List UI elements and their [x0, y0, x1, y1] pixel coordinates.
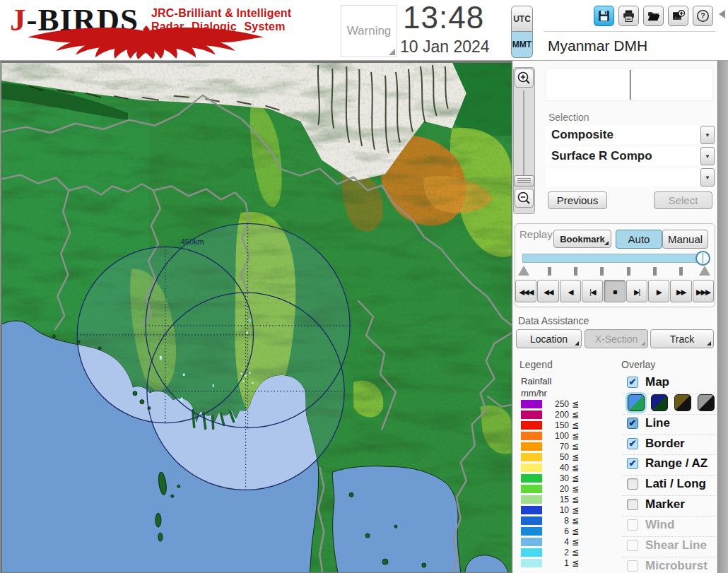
play-reverse-button[interactable]: ◀: [560, 280, 581, 302]
resize-grip-icon[interactable]: [389, 49, 395, 55]
slider-tick: [679, 267, 683, 276]
legend-item: 40≦: [521, 463, 586, 473]
line-checkbox[interactable]: ✔: [627, 418, 638, 429]
warning-panel[interactable]: Warning: [341, 5, 397, 57]
zoom-in-icon: [517, 71, 532, 85]
open-folder-button[interactable]: [643, 6, 664, 26]
legend-color-swatch: [521, 516, 542, 525]
stop-button[interactable]: ■: [604, 280, 625, 302]
replay-range-end-marker[interactable]: [699, 266, 710, 276]
fast-rewind-3-button[interactable]: ◀◀◀: [515, 280, 536, 302]
legend-color-swatch: [521, 421, 542, 430]
dropdown-category-arrow[interactable]: ▼: [700, 126, 715, 144]
timezone-mmt-button[interactable]: MMT: [511, 32, 533, 58]
map-checkbox[interactable]: ✔: [627, 377, 638, 388]
legend-item: 250≦: [521, 399, 586, 409]
replay-range-start-marker[interactable]: [518, 266, 529, 276]
manual-mode-button[interactable]: Manual: [662, 230, 708, 249]
zoom-out-button[interactable]: [515, 189, 534, 208]
save-button[interactable]: [594, 6, 614, 26]
location-button[interactable]: Location: [516, 329, 582, 348]
eagle-logo-icon: [14, 25, 277, 59]
transport-controls: ◀◀◀ ◀◀ ◀ |◀ ■ ▶| ▶ ▶▶ ▶▶▶: [515, 280, 715, 302]
legend-item: 100≦: [521, 431, 586, 441]
overlay-row-shear-line: Shear Line: [627, 538, 717, 555]
dropdown-product-arrow[interactable]: ▼: [700, 147, 715, 165]
zoom-slider-track[interactable]: [523, 90, 524, 177]
tagline-line1: JRC-Brilliant & Intelligent: [151, 6, 291, 20]
legend-color-swatch: [521, 559, 542, 567]
leq-icon: ≦: [572, 516, 579, 526]
legend-color-swatch: [521, 463, 542, 472]
fast-rewind-2-button[interactable]: ◀◀: [537, 280, 558, 302]
dropdown-category[interactable]: Composite: [546, 126, 700, 144]
legend-section-label: Legend: [519, 359, 553, 370]
bookmark-button[interactable]: Bookmark: [553, 230, 611, 248]
timezone-utc-button[interactable]: UTC: [511, 6, 533, 32]
replay-slider-handle[interactable]: [695, 251, 710, 266]
print-button[interactable]: [618, 6, 639, 26]
radar-map[interactable]: 450km: [0, 61, 512, 573]
overlay-row-line: ✔ Line: [627, 416, 717, 433]
marker-checkbox[interactable]: [627, 499, 638, 510]
step-first-button[interactable]: |◀: [582, 280, 603, 302]
fast-forward-3-button[interactable]: ▶▶▶: [693, 280, 714, 302]
overlay-row-lati-long: Lati / Long: [627, 477, 717, 494]
slider-tick: [548, 267, 551, 276]
divider: [623, 393, 715, 394]
fast-forward-2-button[interactable]: ▶▶: [670, 280, 691, 302]
leq-icon: ≦: [572, 558, 579, 568]
divider: [623, 414, 715, 415]
border-checkbox[interactable]: ✔: [627, 438, 638, 449]
clock-date: 10 Jan 2024: [400, 37, 490, 57]
help-icon: ?: [696, 9, 710, 23]
zoom-slider-handle[interactable]: [514, 175, 534, 187]
profile-box[interactable]: [546, 68, 713, 101]
dropdown-product[interactable]: Surface R Compo: [546, 147, 700, 165]
overlay-row-marker: Marker: [627, 497, 717, 514]
clock-time: 13:48: [403, 0, 484, 35]
open-folder-icon: [647, 9, 660, 23]
auto-mode-button[interactable]: Auto: [616, 230, 662, 249]
step-last-button[interactable]: ▶|: [626, 280, 647, 302]
replay-slider-track[interactable]: [522, 254, 705, 263]
slider-tick: [627, 267, 630, 276]
previous-button[interactable]: Previous: [548, 191, 607, 209]
leq-icon: ≦: [572, 548, 579, 557]
leq-icon: ≦: [572, 442, 579, 451]
chevron-down-icon: ▼: [705, 132, 710, 138]
play-button[interactable]: ▶: [648, 280, 669, 302]
svg-text:?: ?: [700, 11, 705, 20]
legend-item: 6≦: [521, 526, 586, 536]
header-bar: J-BIRDS JRC-Brilliant & Intelligent Rada…: [0, 0, 728, 61]
slider-tick: [574, 267, 577, 276]
zoom-in-button[interactable]: [515, 69, 534, 88]
overlay-row-microburst: Microburst: [627, 559, 717, 573]
dropdown-option[interactable]: [546, 168, 700, 187]
legend-item: 30≦: [521, 473, 586, 483]
legend-item: 50≦: [521, 452, 586, 462]
legend-item: 2≦: [521, 548, 586, 557]
leq-icon: ≦: [572, 537, 579, 547]
lati-long-checkbox[interactable]: [627, 478, 638, 490]
leq-icon: ≦: [572, 431, 579, 441]
track-button[interactable]: Track: [650, 329, 714, 348]
help-button[interactable]: ?: [693, 6, 713, 26]
map-style-olive-black[interactable]: [674, 394, 691, 411]
map-style-blue-green[interactable]: [628, 394, 645, 411]
select-button[interactable]: Select: [654, 191, 712, 209]
legend-color-swatch: [521, 485, 542, 493]
range-az-checkbox[interactable]: ✔: [627, 458, 638, 469]
panel-collapse-arrow-icon[interactable]: [719, 10, 725, 18]
map-style-gray-black[interactable]: [698, 394, 715, 411]
legend-item: 20≦: [521, 484, 586, 494]
x-section-button[interactable]: X-Section: [585, 329, 648, 348]
map-style-navy-darkgreen[interactable]: [651, 394, 668, 411]
panel-scrollbar[interactable]: [717, 34, 728, 573]
legend-color-swatch: [521, 495, 542, 504]
overlay-row-range-az: ✔ Range / AZ: [627, 456, 717, 473]
dropdown-option-arrow[interactable]: ▼: [700, 168, 715, 187]
leq-icon: ≦: [572, 526, 579, 536]
divider: [623, 454, 715, 455]
add-image-button[interactable]: [668, 6, 688, 26]
